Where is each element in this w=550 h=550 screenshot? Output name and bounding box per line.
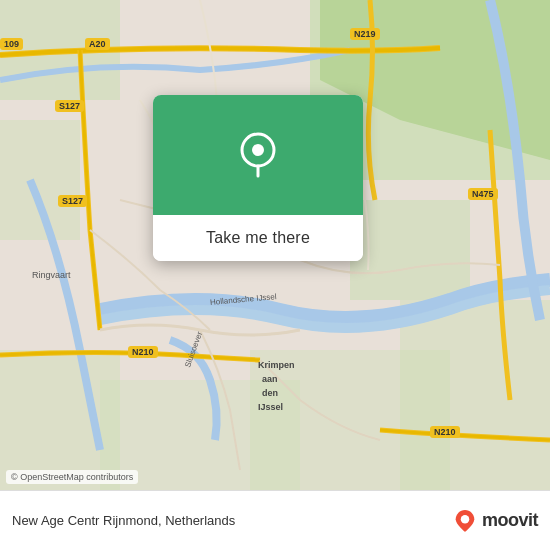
svg-point-13 — [461, 515, 469, 523]
take-me-there-button[interactable]: Take me there — [153, 215, 363, 261]
area-label-ijssel: IJssel — [258, 402, 283, 412]
moovit-logo: moovit — [454, 510, 538, 532]
road-label-n475: N475 — [468, 188, 498, 200]
road-label-n210-bot: N210 — [430, 426, 460, 438]
svg-point-12 — [252, 144, 264, 156]
area-label-aan: aan — [262, 374, 278, 384]
area-label-krimpen: Krimpen — [258, 360, 295, 370]
location-pin-icon — [233, 130, 283, 180]
svg-rect-4 — [0, 120, 80, 240]
area-label-den: den — [262, 388, 278, 398]
road-label-n210-mid: N210 — [128, 346, 158, 358]
moovit-pin-icon — [454, 510, 476, 532]
road-label-n219: N219 — [350, 28, 380, 40]
road-label-s127-top: S127 — [55, 100, 84, 112]
map-attribution: © OpenStreetMap contributors — [6, 470, 138, 484]
road-label-s127-mid: S127 — [58, 195, 87, 207]
location-label: New Age Centr Rijnmond, Netherlands — [12, 513, 235, 528]
road-label-a20: A20 — [85, 38, 110, 50]
map-container: A20 N219 S127 S127 N210 N210 N475 109 Ri… — [0, 0, 550, 490]
road-label-109: 109 — [0, 38, 23, 50]
moovit-brand-text: moovit — [482, 510, 538, 531]
popup-card: Take me there — [153, 95, 363, 261]
bottom-bar: New Age Centr Rijnmond, Netherlands moov… — [0, 490, 550, 550]
svg-rect-10 — [250, 350, 450, 490]
popup-green-area — [153, 95, 363, 215]
area-label-ringvaart: Ringvaart — [32, 270, 71, 280]
